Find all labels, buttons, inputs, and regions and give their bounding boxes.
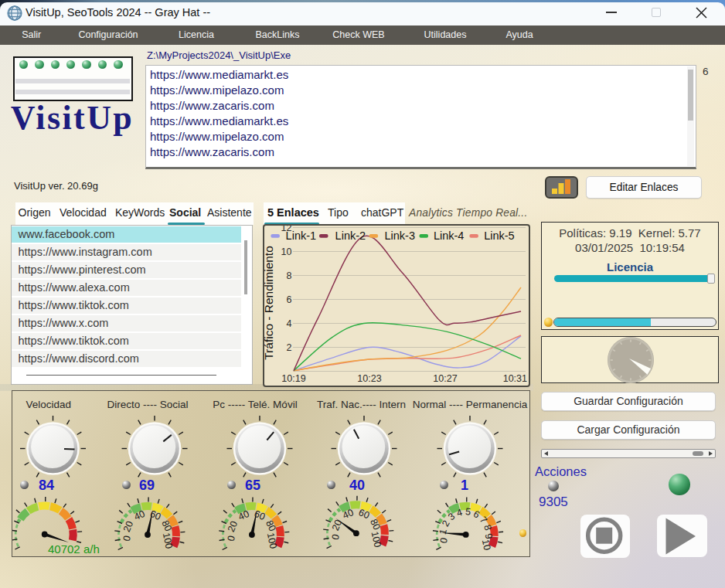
svg-text:4: 4	[287, 318, 292, 329]
svg-text:10: 10	[480, 539, 493, 552]
svg-text:Link-2: Link-2	[335, 229, 366, 242]
svg-text:7: 7	[478, 515, 489, 525]
svg-text:100: 100	[161, 532, 175, 549]
svg-text:0: 0	[438, 537, 450, 545]
svg-text:Link-4: Link-4	[434, 229, 465, 242]
svg-text:10:27: 10:27	[433, 373, 457, 384]
svg-text:Link-5: Link-5	[484, 229, 515, 242]
svg-text:0: 0	[226, 535, 237, 542]
svg-text:10: 10	[281, 246, 292, 257]
svg-text:10:23: 10:23	[357, 373, 381, 384]
svg-text:2: 2	[287, 342, 292, 353]
svg-text:Tráfico - Rendimiento: Tráfico - Rendimiento	[264, 246, 275, 360]
svg-text:5: 5	[465, 506, 471, 518]
svg-text:Link-1: Link-1	[286, 229, 317, 242]
svg-text:8: 8	[287, 270, 292, 281]
svg-text:0: 0	[330, 533, 342, 541]
svg-text:100: 100	[369, 530, 383, 548]
svg-text:1: 1	[437, 528, 449, 535]
svg-text:Link-3: Link-3	[385, 229, 416, 242]
svg-text:6: 6	[287, 294, 292, 305]
svg-text:10:19: 10:19	[281, 373, 305, 384]
svg-text:0: 0	[121, 535, 133, 542]
svg-text:100: 100	[265, 532, 279, 549]
svg-text:3: 3	[446, 511, 457, 522]
svg-text:10:31: 10:31	[503, 373, 527, 384]
